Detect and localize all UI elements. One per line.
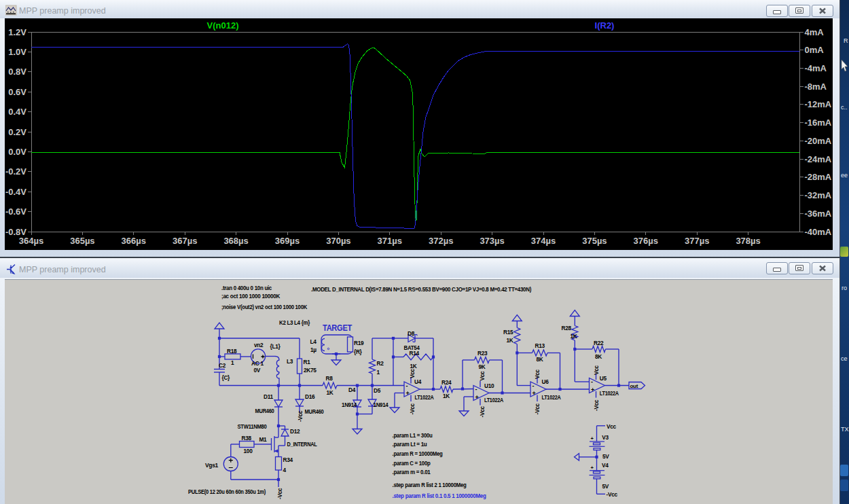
svg-text:MUR460: MUR460 (255, 408, 275, 414)
svg-text:R13: R13 (535, 342, 545, 349)
svg-text:-16mA: -16mA (805, 118, 832, 128)
svg-text:-4mA: -4mA (805, 63, 827, 73)
svg-text:-: - (406, 382, 408, 389)
svg-text:1.0V: 1.0V (8, 47, 26, 57)
svg-text:375µs: 375µs (582, 236, 607, 246)
svg-text:;noise V(out2) vn2 oct 100 100: ;noise V(out2) vn2 oct 100 1000 100K (221, 304, 307, 310)
svg-text:R22: R22 (594, 340, 604, 346)
svg-text:LT1022A: LT1022A (600, 390, 619, 397)
svg-text:1N914: 1N914 (374, 401, 389, 408)
svg-text:+: + (591, 435, 594, 442)
svg-text:-Vcc: -Vcc (297, 410, 304, 422)
svg-text:Vcc: Vcc (593, 365, 600, 375)
svg-text:364µs: 364µs (19, 236, 43, 246)
svg-text:R28: R28 (562, 325, 572, 331)
svg-text:.param m = 0.01: .param m = 0.01 (393, 469, 431, 475)
svg-text:0.0V: 0.0V (8, 147, 26, 157)
svg-text:R34: R34 (283, 456, 293, 463)
svg-text:R14: R14 (410, 350, 420, 357)
svg-text:.param L1 = 300u: .param L1 = 300u (393, 432, 433, 439)
svg-text:1K: 1K (571, 333, 577, 340)
svg-text:R2: R2 (377, 360, 384, 367)
svg-text:D4: D4 (348, 386, 356, 393)
svg-text:LT1022A: LT1022A (542, 394, 561, 401)
svg-text:1K: 1K (410, 363, 417, 370)
svg-text:.step param R list 2 1 10000M: .step param R list 2 1 10000Meg (393, 482, 467, 488)
svg-text:0.4V: 0.4V (8, 107, 26, 117)
svg-text:LT1022A: LT1022A (484, 397, 503, 403)
svg-text:L4: L4 (310, 338, 317, 345)
svg-text:0V: 0V (254, 367, 261, 374)
svg-text:370µs: 370µs (326, 236, 350, 246)
svg-text:D11: D11 (264, 393, 274, 400)
svg-text:0.6V: 0.6V (8, 87, 26, 97)
svg-text:M1: M1 (259, 436, 268, 443)
svg-text:Vgs1: Vgs1 (205, 462, 219, 469)
svg-text:-Vcc: -Vcc (534, 403, 541, 414)
svg-text:1.2V: 1.2V (8, 27, 26, 37)
svg-text:376µs: 376µs (634, 236, 658, 246)
svg-text:8K: 8K (537, 356, 543, 363)
svg-text:R38: R38 (242, 435, 252, 442)
svg-text:LT1022A: LT1022A (415, 394, 434, 401)
svg-text:MUR460: MUR460 (305, 408, 325, 415)
svg-text:vn2: vn2 (254, 342, 264, 348)
svg-text:D8: D8 (408, 330, 415, 337)
svg-text:V3: V3 (602, 434, 609, 441)
svg-text:STW11NM80: STW11NM80 (238, 423, 268, 430)
svg-text:.param C = 100p: .param C = 100p (393, 460, 431, 467)
svg-text:373µs: 373µs (480, 236, 504, 246)
svg-text:1µ: 1µ (310, 346, 317, 353)
svg-text:R24: R24 (441, 379, 452, 386)
svg-text:Vcc: Vcc (534, 369, 541, 379)
svg-text:4: 4 (283, 467, 287, 473)
svg-text:V(n012): V(n012) (207, 20, 239, 31)
svg-text:5V: 5V (602, 453, 609, 460)
svg-text:K2 L3 L4 {m}: K2 L3 L4 {m} (279, 319, 310, 326)
svg-text:R23: R23 (477, 350, 488, 357)
svg-text:U10: U10 (484, 382, 494, 389)
svg-text:I(R2): I(R2) (595, 20, 615, 31)
svg-text:8K: 8K (595, 353, 602, 360)
svg-text:369µs: 369µs (275, 236, 300, 246)
svg-text:-Vcc: -Vcc (607, 491, 618, 498)
svg-text:Vcc: Vcc (479, 371, 486, 381)
svg-text:R15: R15 (503, 329, 513, 336)
svg-text:.tran 0 400u 0 10n uic: .tran 0 400u 0 10n uic (221, 285, 272, 291)
svg-text:U4: U4 (414, 378, 422, 385)
svg-text:366µs: 366µs (122, 236, 146, 246)
svg-text:-24mA: -24mA (805, 154, 832, 164)
svg-text:-Vcc: -Vcc (409, 403, 416, 414)
svg-text:+: + (475, 394, 479, 401)
svg-text:365µs: 365µs (70, 236, 94, 246)
svg-text:377µs: 377µs (685, 236, 709, 246)
svg-text:367µs: 367µs (173, 236, 197, 246)
svg-text:-36mA: -36mA (805, 209, 832, 219)
svg-text:+: + (591, 386, 594, 393)
svg-text:;ac oct 100 1000 10000K: ;ac oct 100 1000 10000K (221, 293, 280, 300)
svg-text:-Vcc: -Vcc (479, 406, 486, 417)
svg-text:371µs: 371µs (378, 236, 402, 246)
svg-text:{R}: {R} (354, 348, 363, 355)
svg-text:1K: 1K (443, 393, 450, 399)
svg-text:TARGET: TARGET (323, 323, 353, 333)
svg-text:-0.2V: -0.2V (5, 166, 26, 177)
svg-text:+: + (406, 390, 410, 397)
svg-text:R18: R18 (227, 348, 237, 355)
svg-text:-8mA: -8mA (805, 82, 827, 92)
svg-text:.param Lt = 1u: .param Lt = 1u (393, 441, 427, 448)
svg-text:-: - (475, 386, 477, 393)
svg-text:1: 1 (377, 369, 380, 376)
svg-text:374µs: 374µs (531, 236, 556, 246)
svg-text:1K: 1K (327, 389, 333, 396)
svg-text:-: - (532, 382, 535, 389)
svg-text:{C}: {C} (222, 374, 231, 381)
svg-text:1N914: 1N914 (342, 401, 357, 408)
svg-text:-40mA: -40mA (805, 227, 832, 237)
svg-text:C2: C2 (219, 362, 226, 369)
svg-text:0mA: 0mA (805, 45, 825, 55)
svg-text:AC 1: AC 1 (251, 360, 264, 367)
svg-text:D12: D12 (290, 428, 300, 435)
svg-text:2K75: 2K75 (304, 367, 317, 374)
svg-text:PULSE(0 12 20u 60n 60n 350u 1m: PULSE(0 12 20u 60n 60n 350u 1m) (188, 488, 266, 495)
